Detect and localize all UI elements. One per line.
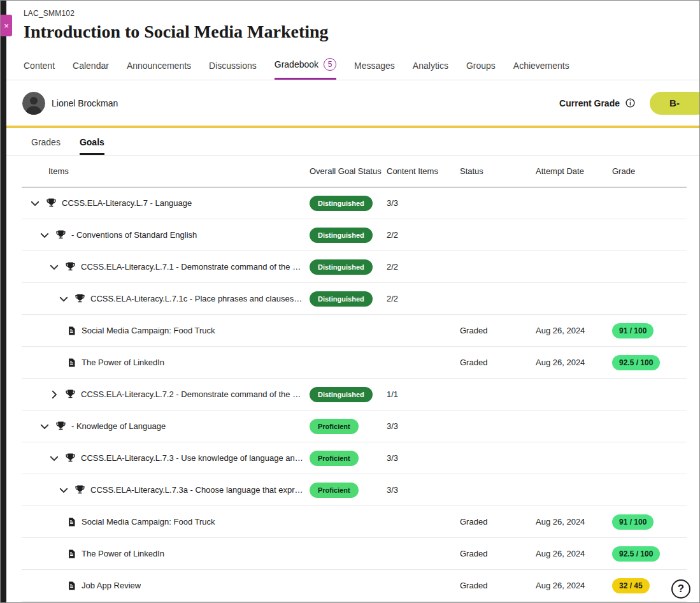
tab-label: Content bbox=[24, 61, 55, 71]
subtab-goals[interactable]: Goals bbox=[80, 137, 104, 155]
column-header: Attempt Date bbox=[536, 166, 612, 176]
content-items-count: 2/2 bbox=[387, 262, 460, 272]
item-row: The Power of LinkedInGradedAug 26, 20249… bbox=[22, 347, 687, 379]
goal-status-badge: Distinguished bbox=[310, 259, 373, 275]
goal-status-badge: Proficient bbox=[310, 483, 359, 498]
goal-row: CCSS.ELA-Literacy.L.7.1 - Demonstrate co… bbox=[22, 251, 687, 283]
expand-chevron-icon[interactable] bbox=[48, 389, 60, 400]
goal-label: CCSS.ELA-Literacy.L.7.2 - Demonstrate co… bbox=[81, 389, 303, 399]
tab-label: Messages bbox=[354, 61, 395, 71]
collapse-chevron-icon[interactable] bbox=[48, 261, 60, 273]
course-header: LAC_SMM102 Introduction to Social Media … bbox=[6, 1, 699, 42]
grade-pill: 91 / 100 bbox=[612, 323, 654, 338]
student-name: Lionel Brockman bbox=[52, 98, 118, 108]
item-title: The Power of LinkedIn bbox=[82, 549, 164, 558]
help-button[interactable]: ? bbox=[671, 579, 690, 599]
current-grade-pill: B- bbox=[650, 92, 700, 115]
column-header: Grade bbox=[612, 166, 687, 176]
tab-analytics[interactable]: Analytics bbox=[413, 58, 448, 80]
attempt-date: Aug 26, 2024 bbox=[536, 549, 612, 558]
goal-label: CCSS.ELA-Literacy.L.7 - Language bbox=[62, 198, 192, 208]
goal-status-badge: Proficient bbox=[310, 451, 359, 466]
trophy-icon bbox=[75, 293, 85, 304]
table-body: CCSS.ELA-Literacy.L.7 - LanguageDistingu… bbox=[22, 187, 687, 602]
tab-content[interactable]: Content bbox=[24, 58, 55, 80]
trophy-icon bbox=[65, 261, 76, 272]
course-title: Introduction to Social Media Marketing bbox=[24, 22, 699, 42]
goal-status-badge: Distinguished bbox=[310, 387, 373, 402]
person-icon bbox=[22, 92, 45, 115]
status-text: Graded bbox=[460, 549, 536, 558]
panel-close-button[interactable]: × bbox=[1, 15, 12, 36]
info-icon[interactable] bbox=[625, 98, 636, 108]
gradebook-count-badge: 5 bbox=[324, 58, 336, 71]
goals-table: ItemsOverall Goal StatusContent ItemsSta… bbox=[6, 156, 699, 602]
column-header: Status bbox=[460, 166, 536, 176]
collapse-chevron-icon[interactable] bbox=[58, 484, 69, 496]
content-items-count: 3/3 bbox=[387, 453, 460, 463]
goal-row: CCSS.ELA-Literacy.L.7.1c - Place phrases… bbox=[22, 283, 687, 315]
grade-pill: 91 / 100 bbox=[612, 514, 654, 530]
grade-pill: 32 / 45 bbox=[612, 578, 650, 593]
trophy-icon bbox=[75, 484, 85, 495]
status-text: Graded bbox=[460, 517, 536, 527]
goal-label: - Conventions of Standard English bbox=[71, 230, 197, 240]
tab-groups[interactable]: Groups bbox=[466, 58, 496, 80]
tab-label: Calendar bbox=[73, 61, 109, 71]
content-items-count: 3/3 bbox=[387, 421, 460, 431]
attempt-date: Aug 26, 2024 bbox=[536, 358, 612, 367]
trophy-icon bbox=[65, 389, 76, 400]
goal-row: CCSS.ELA-Literacy.L.7.2 - Demonstrate co… bbox=[22, 379, 687, 410]
item-title: Social Media Campaign: Food Truck bbox=[82, 326, 215, 335]
goal-label: CCSS.ELA-Literacy.L.7.1 - Demonstrate co… bbox=[81, 262, 303, 272]
tab-label: Achievements bbox=[513, 61, 569, 71]
avatar bbox=[22, 92, 45, 115]
current-grade-label: Current Grade bbox=[559, 98, 620, 108]
content-items-count: 3/3 bbox=[387, 198, 460, 208]
document-icon bbox=[67, 549, 76, 559]
tab-label: Groups bbox=[466, 61, 496, 71]
tab-label: Announcements bbox=[127, 61, 191, 71]
attempt-date: Aug 26, 2024 bbox=[536, 326, 612, 335]
status-text: Graded bbox=[460, 358, 536, 367]
collapse-chevron-icon[interactable] bbox=[29, 198, 41, 209]
goal-status-badge: Distinguished bbox=[310, 196, 373, 211]
column-header: Overall Goal Status bbox=[310, 166, 387, 176]
main-content: LAC_SMM102 Introduction to Social Media … bbox=[6, 1, 699, 602]
tab-discussions[interactable]: Discussions bbox=[209, 58, 257, 80]
collapsed-sidebar-strip bbox=[1, 1, 6, 602]
tab-label: Analytics bbox=[413, 61, 448, 71]
status-text: Graded bbox=[460, 326, 536, 335]
course-id: LAC_SMM102 bbox=[24, 9, 699, 18]
item-title: Social Media Campaign: Food Truck bbox=[82, 517, 215, 527]
collapse-chevron-icon[interactable] bbox=[48, 453, 60, 464]
item-row: The Power of LinkedInGradedAug 26, 20249… bbox=[22, 538, 687, 570]
tab-gradebook[interactable]: Gradebook5 bbox=[275, 55, 336, 80]
goal-row: CCSS.ELA-Literacy.L.7.3a - Choose langua… bbox=[22, 474, 687, 506]
tab-calendar[interactable]: Calendar bbox=[73, 58, 109, 80]
student-bar: Lionel Brockman Current Grade B- bbox=[6, 80, 699, 126]
item-row: Job App ReviewGradedAug 26, 202432 / 45 bbox=[22, 570, 687, 602]
tab-achievements[interactable]: Achievements bbox=[513, 58, 569, 80]
collapse-chevron-icon[interactable] bbox=[39, 421, 50, 432]
collapse-chevron-icon[interactable] bbox=[58, 293, 69, 305]
document-icon bbox=[67, 326, 76, 336]
trophy-icon bbox=[55, 421, 66, 432]
subtab-grades[interactable]: Grades bbox=[31, 137, 61, 155]
goal-status-badge: Distinguished bbox=[310, 291, 373, 307]
close-icon: × bbox=[4, 21, 9, 31]
content-items-count: 3/3 bbox=[387, 485, 460, 495]
collapse-chevron-icon[interactable] bbox=[39, 229, 50, 241]
tab-announcements[interactable]: Announcements bbox=[127, 58, 191, 80]
item-title: The Power of LinkedIn bbox=[82, 358, 164, 367]
trophy-icon bbox=[46, 198, 57, 208]
goal-row: - Knowledge of LanguageProficient3/3 bbox=[22, 410, 687, 442]
tab-messages[interactable]: Messages bbox=[354, 58, 395, 80]
column-header: Items bbox=[22, 166, 310, 176]
trophy-icon bbox=[65, 453, 76, 463]
goal-row: CCSS.ELA-Literacy.L.7 - LanguageDistingu… bbox=[22, 187, 687, 219]
tab-label: Discussions bbox=[209, 61, 257, 71]
item-title: Job App Review bbox=[82, 581, 141, 590]
status-text: Graded bbox=[460, 581, 536, 590]
content-items-count: 2/2 bbox=[387, 230, 460, 240]
